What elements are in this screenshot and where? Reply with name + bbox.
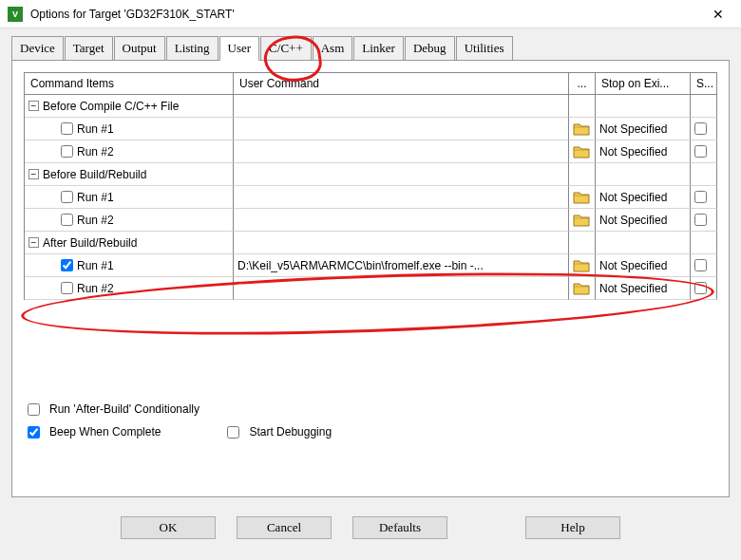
chk-run-after-build-cond[interactable] xyxy=(28,403,40,416)
chk-beep[interactable] xyxy=(28,426,40,439)
s-checkbox[interactable] xyxy=(694,214,707,226)
folder-icon[interactable] xyxy=(573,190,590,205)
header-stop[interactable]: Stop on Exi... xyxy=(596,73,691,95)
close-icon[interactable]: ✕ xyxy=(703,3,733,26)
tab-debug[interactable]: Debug xyxy=(405,36,455,60)
run-checkbox[interactable] xyxy=(61,145,73,158)
folder-icon[interactable] xyxy=(573,213,590,228)
button-row: OK Cancel Defaults Help xyxy=(0,505,741,551)
help-button[interactable]: Help xyxy=(525,516,620,539)
label-beep: Beep When Complete xyxy=(49,425,161,439)
opt-beep[interactable]: Beep When Complete xyxy=(28,425,161,439)
user-command-cell[interactable] xyxy=(234,140,569,163)
s-checkbox[interactable] xyxy=(694,145,707,158)
tab-user[interactable]: User xyxy=(219,36,260,61)
browse-cell[interactable] xyxy=(569,209,596,232)
run-item[interactable]: Run #1 xyxy=(25,254,234,277)
s-checkbox[interactable] xyxy=(694,191,707,203)
s-checkbox[interactable] xyxy=(694,282,707,294)
s-cell[interactable] xyxy=(691,277,717,300)
opt-run-after-build-cond[interactable]: Run 'After-Build' Conditionally xyxy=(28,402,200,416)
command-table: Command Items User Command ... Stop on E… xyxy=(24,72,717,300)
titlebar: V Options for Target 'GD32F310K_START' ✕ xyxy=(0,0,741,28)
user-command-cell[interactable] xyxy=(234,118,569,140)
browse-cell[interactable] xyxy=(569,140,596,163)
browse-cell[interactable] xyxy=(569,254,596,277)
tab-linker[interactable]: Linker xyxy=(353,36,404,60)
cancel-button[interactable]: Cancel xyxy=(237,516,332,539)
label-start-debugging: Start Debugging xyxy=(249,425,332,439)
window-title: Options for Target 'GD32F310K_START' xyxy=(30,8,703,21)
folder-icon[interactable] xyxy=(573,281,590,296)
chk-start-debugging[interactable] xyxy=(227,426,239,439)
tab-bar: Device Target Output Listing User C/C++ … xyxy=(11,36,730,61)
collapse-icon[interactable]: − xyxy=(28,101,39,111)
stop-on-exit-cell[interactable]: Not Specified xyxy=(596,118,691,140)
tab-cpp[interactable]: C/C++ xyxy=(260,36,312,60)
s-checkbox[interactable] xyxy=(694,259,707,271)
user-command-cell[interactable] xyxy=(234,186,569,209)
tab-device[interactable]: Device xyxy=(11,36,64,60)
defaults-button[interactable]: Defaults xyxy=(352,516,447,539)
run-item[interactable]: Run #2 xyxy=(25,140,234,163)
run-item[interactable]: Run #1 xyxy=(25,118,234,140)
tab-asm[interactable]: Asm xyxy=(313,36,353,60)
tab-utilities[interactable]: Utilities xyxy=(456,36,513,60)
header-s[interactable]: S... xyxy=(691,73,717,95)
header-command-items[interactable]: Command Items xyxy=(25,73,234,95)
run-checkbox[interactable] xyxy=(61,214,73,226)
folder-icon[interactable] xyxy=(573,121,590,137)
user-command-cell[interactable] xyxy=(234,277,569,300)
header-user-command[interactable]: User Command xyxy=(234,73,569,95)
user-command-cell[interactable] xyxy=(234,209,569,232)
s-cell[interactable] xyxy=(691,254,717,277)
stop-on-exit-cell[interactable]: Not Specified xyxy=(596,209,691,232)
user-command-cell[interactable]: D:\Keil_v5\ARM\ARMCC\bin\fromelf.exe --b… xyxy=(234,254,569,277)
browse-cell[interactable] xyxy=(569,118,596,140)
collapse-icon[interactable]: − xyxy=(28,169,39,179)
run-item[interactable]: Run #1 xyxy=(25,186,234,209)
s-cell[interactable] xyxy=(691,186,717,209)
stop-on-exit-cell[interactable]: Not Specified xyxy=(596,186,691,209)
browse-cell[interactable] xyxy=(569,277,596,300)
tab-output[interactable]: Output xyxy=(114,36,165,60)
panel-user: Command Items User Command ... Stop on E… xyxy=(11,61,730,497)
tab-target[interactable]: Target xyxy=(65,36,113,60)
s-cell[interactable] xyxy=(691,140,717,163)
s-cell[interactable] xyxy=(691,118,717,140)
ok-button[interactable]: OK xyxy=(121,516,216,539)
run-item[interactable]: Run #2 xyxy=(25,209,234,232)
run-checkbox[interactable] xyxy=(61,259,73,271)
stop-on-exit-cell[interactable]: Not Specified xyxy=(596,277,691,300)
run-checkbox[interactable] xyxy=(61,191,73,203)
run-checkbox[interactable] xyxy=(61,122,73,135)
stop-on-exit-cell[interactable]: Not Specified xyxy=(596,254,691,277)
group-header[interactable]: −After Build/Rebuild xyxy=(25,232,234,254)
tab-listing[interactable]: Listing xyxy=(166,36,218,60)
folder-icon[interactable] xyxy=(573,258,590,273)
folder-icon[interactable] xyxy=(573,144,590,159)
group-header[interactable]: −Before Compile C/C++ File xyxy=(25,95,234,118)
header-browse[interactable]: ... xyxy=(569,73,596,95)
opt-start-debugging[interactable]: Start Debugging xyxy=(227,425,332,439)
group-header[interactable]: −Before Build/Rebuild xyxy=(25,163,234,186)
run-checkbox[interactable] xyxy=(61,282,73,294)
s-cell[interactable] xyxy=(691,209,717,232)
browse-cell[interactable] xyxy=(569,186,596,209)
s-checkbox[interactable] xyxy=(694,122,707,135)
run-item[interactable]: Run #2 xyxy=(25,277,234,300)
collapse-icon[interactable]: − xyxy=(28,237,39,248)
stop-on-exit-cell[interactable]: Not Specified xyxy=(596,140,691,163)
label-run-after-build-cond: Run 'After-Build' Conditionally xyxy=(49,402,200,416)
app-icon: V xyxy=(8,7,23,22)
